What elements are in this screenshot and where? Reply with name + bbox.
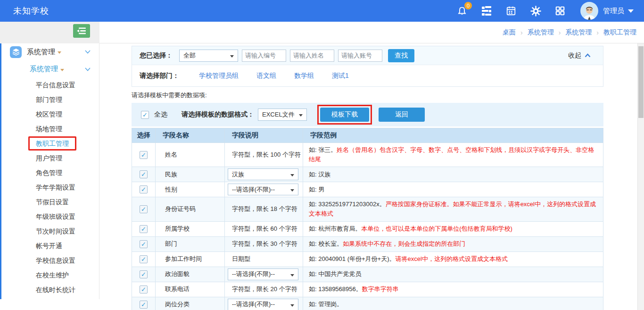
- sidebar-item-label: 平台信息设置: [36, 81, 75, 89]
- department-link[interactable]: 数学组: [294, 72, 314, 80]
- sidebar-item[interactable]: 学年学期设置: [0, 180, 99, 195]
- department-link[interactable]: 测试1: [332, 72, 349, 80]
- field-desc-select[interactable]: 汉族: [228, 168, 298, 180]
- breadcrumb-separator: ›: [520, 29, 523, 36]
- format-select[interactable]: EXCEL文件: [258, 109, 307, 121]
- notification-bell-icon[interactable]: 0: [456, 5, 468, 17]
- collapse-label: 收起: [568, 51, 581, 60]
- scope-select-value: 全部: [183, 51, 196, 60]
- user-menu-caret-icon[interactable]: [628, 9, 634, 13]
- breadcrumb-item[interactable]: 桌面: [503, 28, 516, 37]
- breadcrumb-separator: ›: [596, 29, 599, 36]
- sidebar-item[interactable]: 角色管理: [0, 166, 99, 180]
- field-desc-cell: --请选择(不限)--: [225, 297, 303, 310]
- field-desc-select[interactable]: --请选择(不限)--: [228, 184, 298, 195]
- filter-panel: 您已选择： 全部 查找 收起 请选择部门： 学校管理员组语文组数学组测试1: [132, 46, 603, 87]
- code-input[interactable]: [242, 50, 286, 62]
- sidebar-item[interactable]: 部门管理: [0, 92, 99, 107]
- row-checkbox[interactable]: [140, 205, 148, 213]
- back-button[interactable]: 返回: [379, 108, 425, 122]
- select-all-checkbox[interactable]: [141, 111, 149, 119]
- download-template-button[interactable]: 模板下载: [320, 108, 369, 122]
- table-row: 联系电话字符型，限长 20 个字符如: 13589568956。数字串字符串: [132, 282, 603, 297]
- subbar-left: [0, 22, 99, 43]
- sidebar-item[interactable]: 平台信息设置: [0, 78, 99, 92]
- field-example-cell: 如: 中国共产党党员: [303, 267, 603, 282]
- sidebar-submenu-system[interactable]: 系统管理: [0, 60, 99, 78]
- sidebar-item[interactable]: 帐号开通: [0, 239, 99, 253]
- header-field-example: 字段范例: [303, 128, 603, 143]
- field-example-note: 如果系统中不存在，则会生成指定的所在部门: [343, 240, 465, 247]
- collapse-toggle[interactable]: 收起: [568, 51, 591, 60]
- field-example-cell: 如: 20040901 (年份+月份+天)。请将excel中，这列的格式设置成文…: [303, 251, 603, 267]
- sidebar-item[interactable]: 学校信息设置: [0, 253, 99, 268]
- header-field-desc: 字段说明: [225, 128, 303, 143]
- sidebar-item[interactable]: 教职工管理: [0, 136, 99, 151]
- sidebar-item-label: 年级班级设置: [36, 213, 75, 220]
- sidebar-toggle-button[interactable]: [73, 24, 90, 38]
- sidebar-item[interactable]: 场地管理: [0, 122, 99, 136]
- department-link[interactable]: 学校管理员组: [199, 72, 239, 80]
- department-link[interactable]: 语文组: [256, 72, 276, 80]
- table-row: 参加工作时间日期型如: 20040901 (年份+月份+天)。请将excel中，…: [132, 251, 603, 267]
- row-checkbox[interactable]: [140, 255, 148, 263]
- annotation-box-sidebar: 教职工管理: [28, 136, 76, 151]
- field-name: 联系电话: [156, 282, 225, 297]
- field-desc-select[interactable]: --请选择(不限)--: [228, 268, 298, 280]
- caret-down-icon: [58, 51, 61, 54]
- row-checkbox[interactable]: [140, 151, 148, 159]
- account-input[interactable]: [338, 50, 382, 62]
- row-checkbox[interactable]: [140, 301, 148, 309]
- user-avatar[interactable]: [580, 2, 598, 20]
- row-checkbox[interactable]: [140, 240, 148, 248]
- breadcrumb-item[interactable]: 教职工管理: [603, 28, 636, 37]
- row-select-cell: [132, 182, 156, 197]
- annotation-box-download: 模板下载: [317, 105, 372, 125]
- field-name: 所属学校: [156, 221, 225, 236]
- field-name: 性别: [156, 182, 225, 197]
- chevron-down-icon: [85, 50, 91, 54]
- sidebar-item[interactable]: 校区管理: [0, 107, 99, 122]
- field-desc-select-value: --请选择(不限)--: [232, 270, 275, 278]
- sidebar-group-system[interactable]: 系统管理: [0, 43, 99, 60]
- row-checkbox[interactable]: [140, 225, 148, 233]
- field-example-note: 请将excel中，这列的格式设置成文本格式: [396, 255, 508, 262]
- row-checkbox[interactable]: [140, 270, 148, 278]
- field-example: 如: 杭州市教育局。: [309, 225, 361, 232]
- field-desc-select[interactable]: --请选择(不限)--: [228, 299, 298, 310]
- search-button[interactable]: 查找: [388, 49, 414, 62]
- sidebar-item[interactable]: 年级班级设置: [0, 209, 99, 224]
- vertical-scrollbar[interactable]: [637, 43, 644, 310]
- sidebar-item[interactable]: 节假日设置: [0, 195, 99, 209]
- gear-icon[interactable]: [529, 5, 542, 17]
- field-desc-select-value: 汉族: [232, 170, 244, 179]
- apps-grid-icon[interactable]: [554, 5, 566, 17]
- calendar-icon[interactable]: [505, 5, 517, 17]
- breadcrumb-item[interactable]: 系统管理: [528, 28, 554, 37]
- sidebar-item-label: 节假日设置: [36, 198, 69, 206]
- field-desc-select-value: --请选择(不限)--: [232, 300, 275, 309]
- server-list-icon[interactable]: [480, 5, 493, 17]
- name-input[interactable]: [290, 50, 334, 62]
- field-example-cell: 如: 13589568956。数字串字符串: [303, 282, 603, 297]
- sidebar-item[interactable]: 用户管理: [0, 151, 99, 166]
- scrollbar-thumb[interactable]: [638, 46, 644, 118]
- scope-select[interactable]: 全部: [179, 50, 238, 62]
- row-checkbox[interactable]: [140, 285, 148, 293]
- row-checkbox[interactable]: [140, 185, 148, 193]
- sidebar-item[interactable]: 在校生维护: [0, 268, 99, 283]
- sidebar-item[interactable]: 节次时间设置: [0, 224, 99, 239]
- breadcrumb-item[interactable]: 系统管理: [565, 28, 592, 37]
- sidebar-item-label: 节次时间设置: [36, 227, 75, 235]
- sidebar-item[interactable]: 在线时长统计: [0, 283, 99, 297]
- row-select-cell: [132, 221, 156, 236]
- field-example-cell: 如: 校长室。如果系统中不存在，则会生成指定的所在部门: [303, 236, 603, 251]
- row-checkbox[interactable]: [140, 170, 148, 178]
- field-example: 如: 20040901 (年份+月份+天)。: [309, 255, 396, 262]
- sidebar-group-label: 系统管理: [27, 48, 55, 57]
- field-example-note: 数字串字符串: [362, 285, 399, 293]
- header-field-name: 字段名称: [156, 128, 225, 143]
- user-name[interactable]: 管理员: [603, 7, 624, 16]
- table-row: 姓名字符型，限长 100 个字符如: 张三。姓名（曾用名）包含汉字、字母、数字、…: [132, 143, 603, 167]
- field-desc-cell: 汉族: [225, 167, 303, 182]
